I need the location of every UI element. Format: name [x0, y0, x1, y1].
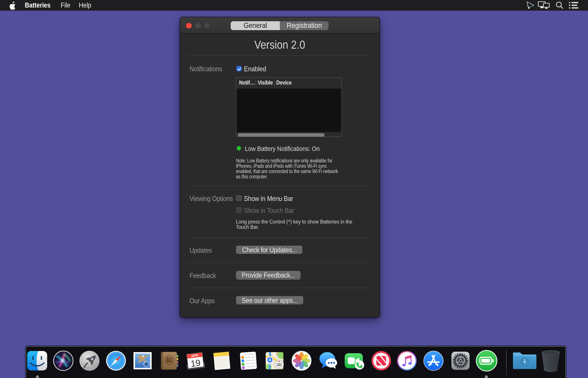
svg-text:3D: 3D	[277, 363, 282, 367]
svg-text:19: 19	[190, 357, 201, 368]
